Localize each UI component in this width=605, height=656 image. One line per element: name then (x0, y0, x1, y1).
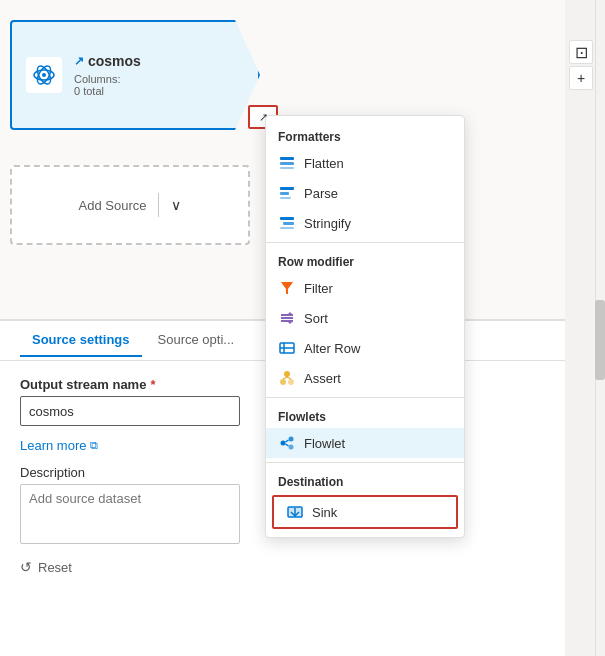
sink-icon (286, 503, 304, 521)
reset-icon: ↺ (20, 559, 32, 575)
flowlet-icon (278, 434, 296, 452)
menu-item-parse[interactable]: Parse (266, 178, 464, 208)
reset-row[interactable]: ↺ Reset (20, 559, 545, 575)
svg-marker-18 (287, 321, 293, 324)
divider-2 (266, 397, 464, 398)
alter-row-label: Alter Row (304, 341, 360, 356)
svg-point-27 (281, 441, 286, 446)
chevron-down-icon[interactable]: ∨ (171, 197, 181, 213)
learn-more-text: Learn more (20, 438, 86, 453)
destination-section-title: Destination (266, 467, 464, 493)
svg-point-3 (42, 73, 46, 77)
svg-rect-7 (280, 187, 294, 190)
canvas-controls: ⊡ + (567, 0, 595, 90)
cosmos-title: ↗ cosmos (74, 53, 141, 69)
required-indicator: * (150, 377, 155, 392)
svg-point-28 (289, 437, 294, 442)
menu-item-assert[interactable]: Assert (266, 363, 464, 393)
svg-line-31 (286, 444, 289, 446)
sink-label: Sink (312, 505, 337, 520)
flatten-label: Flatten (304, 156, 344, 171)
menu-item-sink[interactable]: Sink (272, 495, 458, 529)
svg-point-29 (289, 445, 294, 450)
row-modifier-section-title: Row modifier (266, 247, 464, 273)
svg-rect-5 (280, 162, 294, 165)
menu-item-alter-row[interactable]: Alter Row (266, 333, 464, 363)
filter-label: Filter (304, 281, 333, 296)
svg-rect-12 (280, 227, 294, 229)
stream-name-input[interactable] (20, 396, 240, 426)
filter-icon (278, 279, 296, 297)
svg-rect-10 (280, 217, 294, 220)
parse-icon (278, 184, 296, 202)
external-link-icon: ⧉ (90, 439, 98, 452)
divider-1 (266, 242, 464, 243)
svg-line-25 (283, 377, 287, 379)
svg-rect-11 (283, 222, 294, 225)
cosmos-info: ↗ cosmos Columns: 0 total (74, 53, 141, 97)
flowlet-label: Flowlet (304, 436, 345, 451)
menu-item-flatten[interactable]: Flatten (266, 148, 464, 178)
assert-icon (278, 369, 296, 387)
menu-item-sort[interactable]: Sort (266, 303, 464, 333)
cosmos-icon-wrapper (26, 57, 62, 93)
sort-label: Sort (304, 311, 328, 326)
svg-rect-9 (280, 197, 291, 199)
cosmos-node[interactable]: ↗ cosmos Columns: 0 total (10, 20, 260, 130)
cosmos-db-icon (32, 63, 56, 87)
zoom-fit-button[interactable]: ⊡ (569, 40, 593, 64)
svg-rect-6 (280, 167, 294, 169)
assert-label: Assert (304, 371, 341, 386)
add-source-area[interactable]: Add Source ∨ (10, 165, 250, 245)
menu-item-flowlet[interactable]: Flowlet (266, 428, 464, 458)
svg-rect-8 (280, 192, 289, 195)
description-textarea[interactable] (20, 484, 240, 544)
svg-line-30 (286, 440, 289, 442)
stringify-icon (278, 214, 296, 232)
tab-source-settings[interactable]: Source settings (20, 324, 142, 357)
divider-3 (266, 462, 464, 463)
menu-item-filter[interactable]: Filter (266, 273, 464, 303)
scrollbar-thumb[interactable] (595, 300, 605, 380)
add-source-label: Add Source (79, 198, 147, 213)
tab-source-options[interactable]: Source opti... (146, 324, 247, 357)
cosmos-name: cosmos (88, 53, 141, 69)
cosmos-columns-label: Columns: (74, 73, 120, 85)
svg-line-26 (287, 377, 291, 379)
add-source-divider (158, 193, 159, 217)
svg-point-22 (284, 371, 290, 377)
cosmos-meta: Columns: 0 total (74, 73, 141, 97)
stream-name-label-text: Output stream name (20, 377, 146, 392)
svg-point-23 (280, 379, 286, 385)
dropdown-menu: Formatters Flatten Parse (265, 115, 465, 538)
stringify-label: Stringify (304, 216, 351, 231)
alter-row-icon (278, 339, 296, 357)
formatters-section-title: Formatters (266, 122, 464, 148)
svg-point-24 (288, 379, 294, 385)
svg-marker-17 (287, 312, 293, 315)
zoom-in-button[interactable]: + (569, 66, 593, 90)
svg-marker-13 (281, 282, 293, 294)
cosmos-arrow-icon: ↗ (74, 54, 84, 68)
scrollbar-track (595, 0, 605, 656)
parse-label: Parse (304, 186, 338, 201)
flatten-icon (278, 154, 296, 172)
cosmos-columns-value: 0 total (74, 85, 104, 97)
flowlets-section-title: Flowlets (266, 402, 464, 428)
menu-item-stringify[interactable]: Stringify (266, 208, 464, 238)
svg-rect-4 (280, 157, 294, 160)
reset-label: Reset (38, 560, 72, 575)
sort-icon (278, 309, 296, 327)
